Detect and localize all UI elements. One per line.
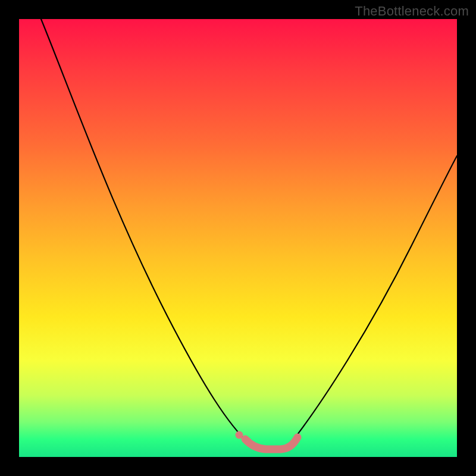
watermark-text: TheBottleneck.com: [355, 4, 469, 19]
valley-floor: [245, 437, 298, 449]
curve-layer: [19, 19, 457, 457]
chart-frame: TheBottleneck.com: [0, 0, 476, 476]
right-curve: [290, 156, 457, 444]
left-curve: [41, 19, 250, 444]
plot-area: [19, 19, 457, 457]
valley-dot: [236, 431, 243, 439]
